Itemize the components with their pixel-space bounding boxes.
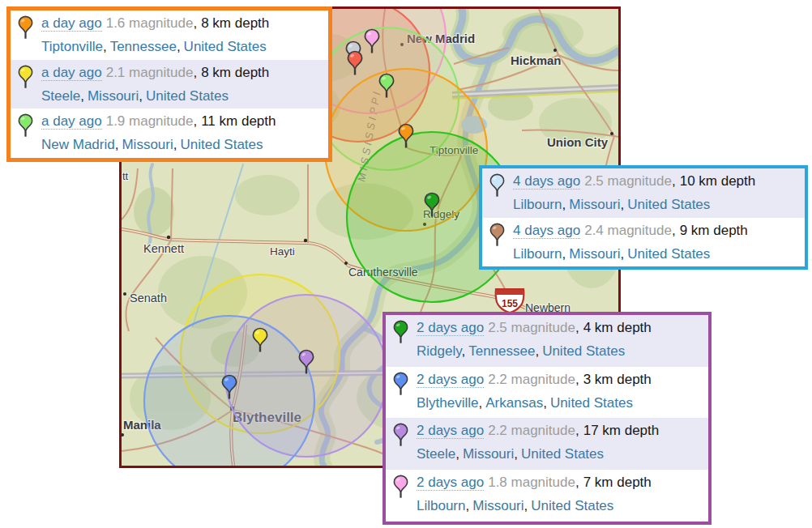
quake-place-link[interactable]: New Madrid [41, 137, 115, 152]
map-label-kennett: Kennett [143, 242, 184, 255]
map-label-union-city: Union City [547, 135, 609, 149]
quake-item: a day ago1.9 magnitude,11 km depth New M… [11, 109, 328, 158]
map-label-hayti: Hayti [270, 245, 295, 258]
quake-summary: 4 days ago2.4 magnitude,9 km depth [513, 219, 748, 242]
map-label-edge-fragment: tt [122, 170, 129, 182]
quake-place-link[interactable]: Ridgely [417, 343, 461, 359]
quake-time-link[interactable]: 4 days ago [513, 173, 580, 189]
quake-location: Tiptonville,Tennessee,United States [41, 35, 269, 58]
quake-depth: 10 km depth [680, 173, 756, 189]
quake-region-link[interactable]: Arkansas [485, 395, 543, 411]
quake-item: 2 days ago2.2 magnitude,17 km depth Stee… [386, 418, 708, 470]
quake-magnitude: 2.4 magnitude [584, 223, 672, 238]
legend-pin-yellow-icon [17, 61, 35, 94]
quake-region-link[interactable]: Missouri [88, 88, 139, 104]
quake-time-link[interactable]: a day ago [41, 113, 102, 130]
callout-four-days-ago: 4 days ago2.5 magnitude,10 km depth Lilb… [479, 165, 808, 270]
quake-place-link[interactable]: Steele [41, 88, 80, 104]
quake-depth: 11 km depth [201, 113, 276, 129]
quake-country-link[interactable]: United States [531, 498, 613, 513]
page: { "punct": { "comma": "," }, "colors": {… [0, 0, 812, 528]
quake-depth: 17 km depth [583, 423, 660, 438]
quake-depth: 8 km depth [201, 65, 269, 80]
quake-country-link[interactable]: United States [542, 343, 625, 359]
quake-region-link[interactable]: Missouri [463, 446, 514, 462]
quake-magnitude: 1.8 magnitude [488, 475, 575, 490]
quake-summary: a day ago2.1 magnitude,8 km depth [41, 61, 269, 84]
quake-region-link[interactable]: Tennessee [110, 39, 177, 54]
callout-a-day-ago: a day ago1.6 magnitude,8 km depth Tipton… [6, 6, 332, 162]
quake-time-link[interactable]: a day ago [41, 15, 102, 32]
quake-magnitude: 2.2 magnitude [488, 423, 575, 438]
quake-time-link[interactable]: 2 days ago [417, 423, 484, 439]
quake-country-link[interactable]: United States [627, 197, 710, 212]
quake-magnitude: 2.1 magnitude [106, 65, 194, 80]
quake-region-link[interactable]: Tennessee [468, 343, 535, 359]
quake-region-link[interactable]: Missouri [472, 498, 524, 513]
quake-item: a day ago2.1 magnitude,8 km depth Steele… [11, 60, 328, 109]
quake-summary: 2 days ago2.2 magnitude,17 km depth [417, 419, 659, 442]
quake-place-link[interactable]: Tiptonville [41, 39, 103, 54]
quake-region-link[interactable]: Missouri [122, 137, 173, 152]
quake-region-link[interactable]: Missouri [569, 246, 620, 262]
quake-location: Lilbourn,Missouri,United States [513, 242, 748, 266]
quake-item: 4 days ago2.4 magnitude,9 km depth Lilbo… [482, 218, 805, 267]
quake-summary: 2 days ago2.2 magnitude,3 km depth [417, 368, 652, 391]
legend-pin-pink-icon [392, 471, 410, 504]
quake-magnitude: 2.5 magnitude [488, 320, 575, 335]
legend-pin-brown-icon [489, 219, 506, 252]
quake-location: Blytheville,Arkansas,United States [417, 391, 652, 415]
quake-location: Steele,Missouri,United States [41, 84, 269, 108]
legend-pin-orange-icon [17, 11, 35, 45]
quake-location: New Madrid,Missouri,United States [41, 133, 276, 156]
quake-location: Steele,Missouri,United States [417, 442, 659, 466]
quake-item: a day ago1.6 magnitude,8 km depth Tipton… [11, 11, 328, 60]
quake-place-link[interactable]: Blytheville [417, 395, 479, 411]
quake-summary: 2 days ago1.8 magnitude,7 km depth [417, 471, 652, 494]
quake-time-link[interactable]: 2 days ago [417, 475, 484, 491]
legend-pin-green-icon [17, 109, 35, 143]
map-label-hickman: Hickman [511, 53, 562, 67]
quake-region-link[interactable]: Missouri [569, 197, 620, 212]
quake-location: Lilbourn,Missouri,United States [513, 193, 755, 216]
quake-magnitude: 2.5 magnitude [584, 173, 672, 189]
legend-pin-light-blue-icon [489, 169, 506, 202]
quake-magnitude: 1.6 magnitude [106, 15, 194, 31]
route-155-shield: 155 [496, 289, 524, 313]
quake-time-link[interactable]: a day ago [41, 65, 102, 81]
quake-place-link[interactable]: Lilbourn [417, 498, 466, 513]
quake-depth: 4 km depth [583, 320, 652, 335]
route-155-number: 155 [502, 298, 518, 309]
quake-summary: 2 days ago2.5 magnitude,4 km depth [417, 316, 652, 339]
quake-depth: 3 km depth [583, 372, 652, 387]
quake-country-link[interactable]: United States [146, 88, 229, 104]
quake-depth: 8 km depth [201, 15, 269, 31]
quake-country-link[interactable]: United States [627, 246, 710, 262]
quake-time-link[interactable]: 2 days ago [417, 372, 484, 388]
quake-country-link[interactable]: United States [521, 446, 604, 462]
legend-pin-purple-icon [392, 419, 410, 452]
legend-pin-dark-green-icon [392, 316, 410, 349]
quake-time-link[interactable]: 4 days ago [513, 223, 580, 239]
quake-item: 2 days ago2.5 magnitude,4 km depth Ridge… [386, 315, 708, 367]
legend-pin-blue-icon [392, 368, 410, 401]
quake-item: 2 days ago2.2 magnitude,3 km depth Blyth… [386, 367, 708, 419]
quake-item: 4 days ago2.5 magnitude,10 km depth Lilb… [482, 168, 805, 218]
quake-summary: a day ago1.9 magnitude,11 km depth [41, 109, 276, 133]
quake-place-link[interactable]: Lilbourn [513, 246, 562, 262]
quake-magnitude: 1.9 magnitude [106, 113, 194, 129]
quake-time-link[interactable]: 2 days ago [417, 320, 484, 336]
quake-depth: 9 km depth [680, 223, 748, 238]
quake-magnitude: 2.2 magnitude [488, 372, 575, 387]
quake-country-link[interactable]: United States [550, 395, 633, 411]
quake-country-link[interactable]: United States [184, 39, 267, 54]
quake-summary: a day ago1.6 magnitude,8 km depth [41, 11, 269, 35]
callout-two-days-ago: 2 days ago2.5 magnitude,4 km depth Ridge… [382, 312, 712, 525]
quake-place-link[interactable]: Steele [417, 446, 455, 462]
quake-place-link[interactable]: Lilbourn [513, 197, 562, 212]
quake-country-link[interactable]: United States [180, 137, 263, 152]
map-label-senath: Senath [130, 292, 167, 304]
quake-item: 2 days ago1.8 magnitude,7 km depth Lilbo… [386, 470, 708, 522]
quake-summary: 4 days ago2.5 magnitude,10 km depth [513, 169, 755, 193]
quake-location: Ridgely,Tennessee,United States [417, 339, 652, 363]
